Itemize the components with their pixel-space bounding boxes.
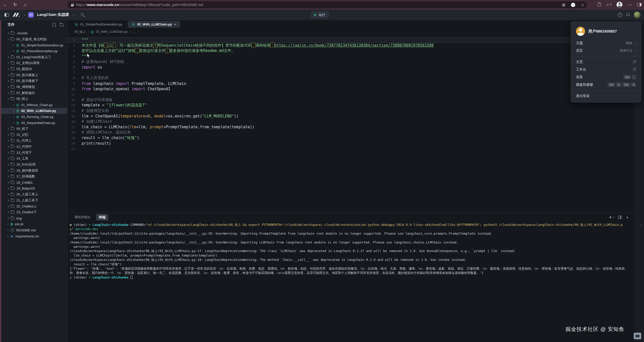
tree-folder-05_提示模板下[interactable]: 05_提示模板下	[1, 78, 67, 84]
tab-actions-icon[interactable]	[562, 3, 565, 7]
tree-folder-10_记忆[interactable]: 10_记忆	[1, 132, 67, 138]
browser-sidebar-icon[interactable]	[637, 3, 641, 6]
new-terminal-icon[interactable]	[609, 215, 614, 220]
tree-folder-02_文档QA系统[interactable]: 02_文档QA系统	[1, 60, 67, 66]
python-file-icon: ◎	[16, 121, 19, 125]
chevron-down-icon[interactable]	[23, 13, 25, 15]
tree-folder-06_调用模型[interactable]: 06_调用模型	[1, 84, 67, 90]
split-terminal-icon[interactable]	[618, 216, 622, 219]
close-tab-icon[interactable]: ×	[174, 23, 176, 26]
chevron-right-icon	[7, 187, 9, 189]
code-line: 14# 创建模型实例	[68, 108, 635, 114]
floating-widget-button[interactable]	[634, 333, 641, 339]
tree-file-init.sh[interactable]: $init.sh	[1, 221, 67, 227]
code-text: result = llm_chain("玫瑰")	[82, 136, 139, 140]
new-file-icon[interactable]	[53, 23, 56, 26]
panel-toggle-icon[interactable]	[5, 13, 9, 17]
external-link-icon	[633, 67, 636, 72]
chevron-right-icon	[7, 181, 9, 183]
tree-folder-11_代理上[interactable]: 11_代理上	[1, 138, 67, 144]
marscode-logo[interactable]	[12, 13, 20, 17]
editor-tab-01_SimpleTextGeneration.py[interactable]: ◎01_SimpleTextGeneration.py	[71, 20, 126, 28]
close-panel-icon[interactable]	[626, 215, 628, 220]
terminal-output[interactable]: ● (shims) ➜ LangChain-shizhanke COMMAND=…	[68, 222, 635, 342]
tree-folder-img[interactable]: img	[1, 215, 67, 221]
tree-file-02_PictureDescription.py[interactable]: ◎02_PictureDescription.py	[1, 48, 67, 54]
tree-file-01_SimpleTextGeneration.py[interactable]: ◎01_SimpleTextGeneration.py	[1, 42, 67, 48]
user-avatar[interactable]	[634, 12, 640, 18]
tree-folder-13_代理下[interactable]: 13_代理下	[1, 150, 67, 156]
chevron-down-icon[interactable]	[613, 216, 615, 218]
tree-folder-23_Chatbot下[interactable]: 23_Chatbot下	[1, 209, 67, 215]
help-icon[interactable]	[618, 13, 622, 17]
tree-file-04_SequentialChain.py[interactable]: ◎04_SequentialChain.py	[1, 120, 67, 126]
menu-item-键盘快捷键[interactable]: 键盘快捷键CtrlKCtrlS	[571, 81, 641, 88]
browser-profile-avatar[interactable]	[617, 2, 622, 8]
terminal-cursor[interactable]	[130, 275, 132, 279]
menu-item-主题[interactable]: 主题暗色	[571, 39, 641, 47]
search-icon[interactable]	[81, 13, 85, 17]
tree-file-02_With_LLMChain.py[interactable]: ◎02_With_LLMChain.py	[1, 108, 67, 114]
new-folder-icon[interactable]	[60, 23, 63, 26]
sidebar-title: 文件	[8, 22, 15, 27]
browser-back-icon[interactable]	[0, 2, 10, 7]
tree-folder-00_开篇词_奇点时刻[interactable]: 00_开篇词_奇点时刻	[1, 36, 67, 42]
scroll-up-icon[interactable]	[640, 224, 642, 226]
breadcrumb-file[interactable]: 02_With_LLMChain.py	[96, 30, 127, 34]
address-bar[interactable]: https://www.marscode.cn/course/vk85dwp73…	[67, 1, 587, 8]
watermark: 掘金技术社区 @ 安知鱼	[565, 326, 624, 333]
code-editor[interactable]: 1"""2本文件是【链（上）：写一篇完美鲜花推文？用SequencialChai…	[68, 35, 635, 213]
keyboard-key: ,	[632, 75, 636, 79]
tree-file-03_Running_Chain.py[interactable]: ◎03_Running_Chain.py	[1, 114, 67, 120]
code-line: 1"""	[68, 37, 630, 43]
tree-folder-08_链上[interactable]: 08_链上	[1, 96, 67, 102]
tree-folder-09_链下[interactable]: 09_链下	[1, 126, 67, 132]
menu-item-工作台[interactable]: 工作台	[571, 66, 641, 73]
chevron-down-icon[interactable]	[72, 13, 74, 15]
chevron-right-icon	[7, 199, 9, 201]
tree-folder-14_工具[interactable]: 14_工具	[1, 156, 67, 162]
chevron-right-icon	[634, 50, 636, 51]
tree-folder-07_解析输出[interactable]: 07_解析输出	[1, 90, 67, 96]
tree-folder-18_CAMEL[interactable]: 18_CAMEL	[1, 179, 67, 185]
menu-item-label: 主页	[576, 60, 633, 64]
browser-home-icon[interactable]	[20, 2, 30, 7]
tree-folder-01_LangChain快速入门[interactable]: 01_LangChain快速入门	[1, 54, 67, 60]
tree-folder-22_Chatbot上[interactable]: 22_Chatbot上	[1, 203, 67, 209]
split-screen-icon[interactable]	[571, 3, 575, 7]
favorites-icon[interactable]	[606, 3, 612, 7]
panel-tab-终端[interactable]: 终端	[96, 214, 108, 221]
file-label: 04_提示模板上	[16, 73, 38, 77]
tree-file-01_Without_Chain.py[interactable]: ◎01_Without_Chain.py	[1, 102, 67, 108]
notifications-icon[interactable]	[626, 13, 630, 17]
panel-tab-调试控制台[interactable]: 调试控制台	[74, 215, 91, 220]
browser-menu-icon[interactable]	[627, 2, 632, 8]
menu-item-退出登录[interactable]: 退出登录	[571, 92, 641, 100]
tree-folder-16_操作数据库[interactable]: 16_操作数据库	[1, 168, 67, 174]
editor-tabbar: ◎01_SimpleTextGeneration.py◎02_With_LLMC…	[68, 20, 635, 28]
menu-item-语言[interactable]: 语言简体中文	[571, 47, 641, 54]
bookmark-icon[interactable]	[581, 3, 584, 7]
tree-folder-19_BabyAGI[interactable]: 19_BabyAGI	[1, 185, 67, 192]
tree-folder-03_模型IO[interactable]: 03_模型IO	[1, 66, 67, 72]
tree-folder-12_代理中[interactable]: 12_代理中	[1, 144, 67, 150]
folder-icon	[11, 38, 14, 41]
browser-refresh-icon[interactable]	[10, 2, 20, 7]
tree-folder-21_人脉工具下[interactable]: 21_人脉工具下	[1, 197, 67, 203]
tree-folder-.vscode[interactable]: .vscode	[1, 30, 67, 36]
folder-icon	[11, 205, 14, 208]
tree-folder-04_提示模板上[interactable]: 04_提示模板上	[1, 72, 67, 78]
breadcrumb[interactable]: 08_链上 / ◎ 02_With_LLMChain.py / ...	[68, 28, 635, 35]
menu-item-主页[interactable]: 主页	[571, 58, 641, 66]
breadcrumb-more[interactable]: ...	[132, 30, 135, 34]
tree-folder-17_回调函数[interactable]: 17_回调函数	[1, 174, 67, 180]
menu-item-设置[interactable]: 设置Ctrl,	[571, 73, 641, 81]
tree-folder-20_人脉工具上[interactable]: 20_人脉工具上	[1, 192, 67, 198]
tree-file-README.md[interactable]: ?README.md	[1, 227, 67, 233]
run-button[interactable]: 运行	[311, 11, 329, 18]
editor-tab-02_With_LLMChain.py[interactable]: ◎02_With_LLMChain.py×	[128, 21, 180, 28]
extensions-icon[interactable]	[598, 3, 601, 6]
tree-folder-15_RAG应用[interactable]: 15_RAG应用	[1, 162, 67, 168]
breadcrumb-folder[interactable]: 08_链上	[74, 30, 86, 34]
tree-file-requirements.txt[interactable]: ≡requirements.txt	[1, 233, 67, 239]
